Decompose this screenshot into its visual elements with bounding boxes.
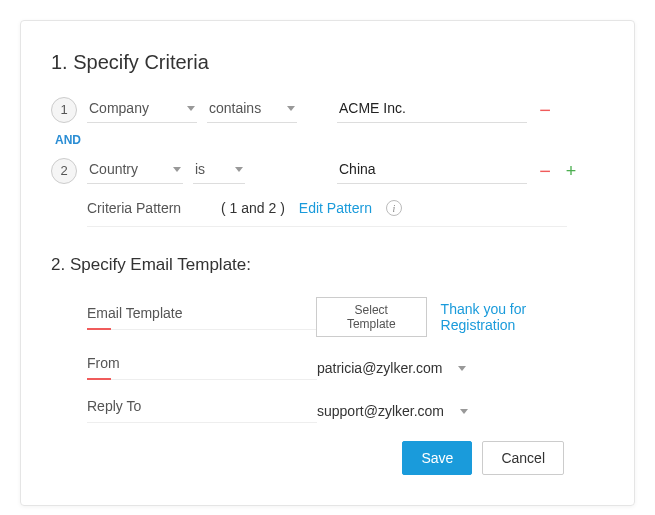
operator-dropdown[interactable]: is bbox=[193, 157, 245, 184]
action-buttons: Save Cancel bbox=[51, 441, 564, 475]
email-template-label: Email Template bbox=[87, 305, 316, 330]
criteria-row: 1 Company contains − bbox=[51, 96, 604, 123]
cancel-button[interactable]: Cancel bbox=[482, 441, 564, 475]
criteria-pattern-row: Criteria Pattern ( 1 and 2 ) Edit Patter… bbox=[87, 200, 567, 227]
pattern-label: Criteria Pattern bbox=[87, 200, 207, 216]
email-template-row: Email Template Select Template Thank you… bbox=[87, 297, 604, 337]
field-dropdown[interactable]: Country bbox=[87, 157, 183, 184]
reply-to-value: support@zylker.com bbox=[317, 403, 444, 419]
chevron-down-icon bbox=[458, 366, 466, 371]
criteria-number: 2 bbox=[51, 158, 77, 184]
remove-row-icon[interactable]: − bbox=[537, 161, 553, 181]
reply-to-label: Reply To bbox=[87, 398, 317, 423]
chevron-down-icon bbox=[173, 167, 181, 172]
from-value: patricia@zylker.com bbox=[317, 360, 442, 376]
operator-dropdown[interactable]: contains bbox=[207, 96, 297, 123]
from-label: From bbox=[87, 355, 317, 380]
criteria-value-input[interactable] bbox=[337, 157, 527, 184]
operator-value: contains bbox=[209, 100, 261, 116]
reply-to-dropdown[interactable]: support@zylker.com bbox=[317, 403, 468, 419]
criteria-number: 1 bbox=[51, 97, 77, 123]
field-value: Company bbox=[89, 100, 149, 116]
info-icon[interactable]: i bbox=[386, 200, 402, 216]
selected-template-link[interactable]: Thank you for Registration bbox=[441, 301, 604, 333]
chevron-down-icon bbox=[187, 106, 195, 111]
pattern-value: ( 1 and 2 ) bbox=[221, 200, 285, 216]
remove-row-icon[interactable]: − bbox=[537, 100, 553, 120]
add-row-icon[interactable]: + bbox=[563, 162, 579, 180]
edit-pattern-link[interactable]: Edit Pattern bbox=[299, 200, 372, 216]
reply-to-row: Reply To support@zylker.com bbox=[87, 398, 604, 423]
save-button[interactable]: Save bbox=[402, 441, 472, 475]
section-title-template: 2. Specify Email Template: bbox=[51, 255, 604, 275]
criteria-value-input[interactable] bbox=[337, 96, 527, 123]
logic-joiner: AND bbox=[55, 133, 604, 147]
field-dropdown[interactable]: Company bbox=[87, 96, 197, 123]
from-row: From patricia@zylker.com bbox=[87, 355, 604, 380]
criteria-row: 2 Country is − + bbox=[51, 157, 604, 184]
operator-value: is bbox=[195, 161, 205, 177]
select-template-button[interactable]: Select Template bbox=[316, 297, 427, 337]
section-title-criteria: 1. Specify Criteria bbox=[51, 51, 604, 74]
criteria-card: 1. Specify Criteria 1 Company contains −… bbox=[20, 20, 635, 506]
chevron-down-icon bbox=[235, 167, 243, 172]
chevron-down-icon bbox=[287, 106, 295, 111]
from-dropdown[interactable]: patricia@zylker.com bbox=[317, 360, 466, 376]
field-value: Country bbox=[89, 161, 138, 177]
chevron-down-icon bbox=[460, 409, 468, 414]
